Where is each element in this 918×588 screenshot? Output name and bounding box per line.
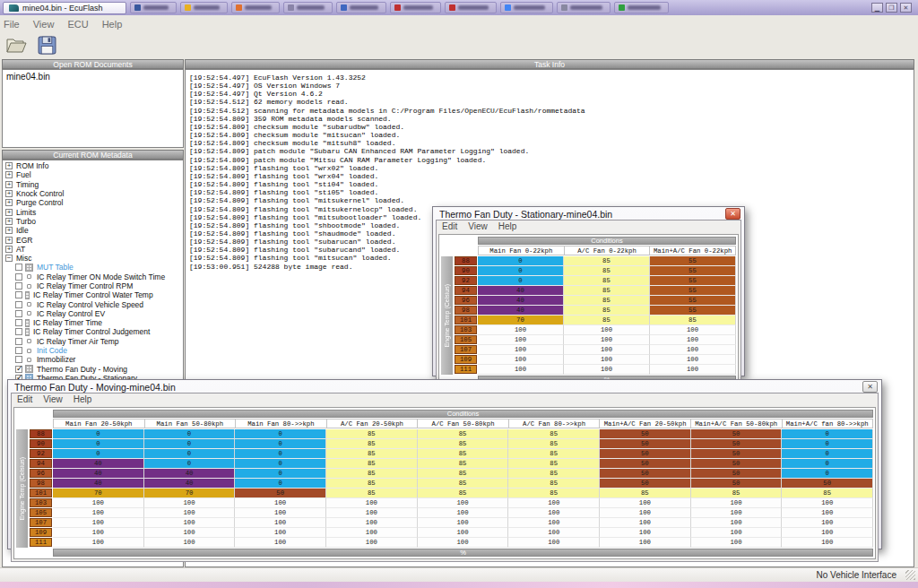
table-cell[interactable]: 50 [600, 429, 691, 439]
table-cell[interactable]: 0 [782, 439, 873, 449]
table-cell[interactable]: 50 [691, 459, 783, 469]
table-cell[interactable]: 70 [144, 489, 236, 498]
table-cell[interactable]: 0 [53, 449, 144, 459]
close-icon[interactable]: ✕ [862, 381, 878, 393]
collapse-icon[interactable]: − [5, 255, 13, 262]
open-rom-button[interactable] [4, 33, 28, 56]
table-cell[interactable]: 50 [691, 479, 783, 489]
table-cell[interactable]: 85 [564, 276, 650, 286]
table-cell[interactable]: 100 [508, 508, 600, 518]
table-cell[interactable]: 100 [600, 518, 691, 528]
tree-item[interactable]: Immobilizer [3, 355, 183, 364]
table-cell[interactable]: 0 [235, 429, 326, 439]
table-cell[interactable]: 40 [144, 469, 236, 479]
table-cell[interactable]: 100 [418, 528, 509, 538]
expand-icon[interactable]: + [5, 237, 13, 244]
menu-item-help[interactable]: Help [498, 221, 517, 233]
thermo-fan-window-stationary[interactable]: Thermo Fan Duty - Stationary-mine04.bin … [432, 206, 745, 376]
table-cell[interactable]: 100 [691, 528, 783, 538]
table-cell[interactable]: 50 [600, 469, 691, 479]
menu-item-edit[interactable]: Edit [17, 394, 32, 406]
menu-item-view[interactable]: View [468, 221, 488, 233]
table-cell[interactable]: 50 [691, 449, 783, 459]
table-cell[interactable]: 100 [418, 538, 509, 548]
table-cell[interactable]: 85 [418, 479, 509, 489]
table-cell[interactable]: 0 [235, 479, 326, 489]
table-cell[interactable]: 100 [53, 538, 144, 548]
table-cell[interactable]: 100 [326, 528, 418, 538]
table-cell[interactable]: 100 [235, 498, 326, 508]
table-cell[interactable]: 40 [478, 306, 564, 316]
table-cell[interactable]: 100 [235, 508, 326, 518]
menu-item-view[interactable]: View [33, 19, 55, 30]
table-cell[interactable]: 50 [600, 459, 691, 469]
menu-item-file[interactable]: File [4, 19, 20, 30]
table-cell[interactable]: 50 [600, 439, 691, 449]
tree-item[interactable]: IC Relay Timer Air Temp [3, 337, 183, 346]
table-cell[interactable]: 100 [782, 508, 873, 518]
table-cell[interactable]: 85 [564, 306, 650, 316]
table-cell[interactable]: 50 [600, 449, 691, 459]
table-cell[interactable]: 100 [144, 528, 236, 538]
table-cell[interactable]: 0 [144, 429, 236, 439]
table-cell[interactable]: 100 [600, 528, 691, 538]
tree-item[interactable]: IC Relay Control EV [3, 309, 183, 318]
table-cell[interactable]: 100 [144, 498, 236, 508]
table-cell[interactable]: 100 [144, 508, 236, 518]
expand-icon[interactable]: + [5, 199, 13, 206]
table-cell[interactable]: 85 [564, 286, 650, 296]
table-cell[interactable]: 55 [650, 256, 736, 266]
table-cell[interactable]: 100 [782, 528, 873, 538]
table-cell[interactable]: 85 [508, 429, 600, 439]
table-cell[interactable]: 55 [650, 296, 736, 306]
taskbar-tab-blurred[interactable] [130, 2, 177, 13]
table-cell[interactable]: 85 [418, 469, 509, 479]
table-cell[interactable]: 85 [326, 489, 418, 498]
table-cell[interactable]: 85 [782, 489, 873, 498]
table-cell[interactable]: 100 [691, 508, 783, 518]
tree-item[interactable]: MUT Table [3, 263, 183, 272]
table-cell[interactable]: 85 [564, 256, 650, 266]
table-cell[interactable]: 85 [508, 449, 600, 459]
table-cell[interactable]: 85 [326, 449, 418, 459]
tree-item[interactable]: IC Relay Timer ON Mode Switch Time [3, 272, 183, 281]
table-cell[interactable]: 100 [326, 538, 418, 548]
thermo-fan-window-moving[interactable]: Thermo Fan Duty - Moving-mine04.bin ✕ Ed… [7, 379, 882, 549]
tree-item-checkbox[interactable] [15, 310, 22, 317]
table-cell[interactable]: 100 [235, 528, 326, 538]
table-cell[interactable]: 40 [53, 459, 144, 469]
table-cell[interactable]: 50 [782, 479, 873, 489]
taskbar-tab-ecuflash[interactable]: mine04.bin - EcuFlash [3, 2, 126, 14]
table-cell[interactable]: 100 [600, 508, 691, 518]
table-cell[interactable]: 0 [235, 449, 326, 459]
table-cell[interactable]: 100 [418, 498, 509, 508]
tree-item-checkbox[interactable] [15, 356, 22, 363]
table-cell[interactable]: 100 [508, 528, 600, 538]
table-cell[interactable]: 0 [235, 439, 326, 449]
table-cell[interactable]: 70 [478, 316, 564, 325]
expand-icon[interactable]: + [5, 218, 13, 225]
tree-item[interactable]: +Knock Control [3, 189, 183, 198]
table-cell[interactable]: 85 [418, 489, 509, 498]
table-cell[interactable]: 0 [478, 256, 564, 266]
tree-item-checkbox[interactable] [15, 273, 22, 281]
table-cell[interactable]: 100 [144, 518, 236, 528]
tree-item[interactable]: IC Relay Timer Control Judgement [3, 327, 183, 336]
table-cell[interactable]: 100 [508, 518, 600, 528]
tree-item[interactable]: Thermo Fan Duty - Moving [3, 365, 183, 374]
table-cell[interactable]: 100 [326, 508, 418, 518]
table-cell[interactable]: 100 [235, 518, 326, 528]
tree-item[interactable]: +Limits [3, 207, 183, 216]
table-cell[interactable]: 100 [53, 518, 144, 528]
expand-icon[interactable]: + [5, 171, 13, 178]
taskbar-tab-blurred[interactable] [283, 2, 333, 13]
table-cell[interactable]: 100 [326, 518, 418, 528]
table-cell[interactable]: 0 [53, 429, 144, 439]
menu-item-view[interactable]: View [43, 394, 63, 406]
table-cell[interactable]: 100 [478, 365, 564, 375]
table-cell[interactable]: 0 [235, 469, 326, 479]
table-cell[interactable]: 100 [782, 498, 873, 508]
save-rom-button[interactable] [35, 33, 58, 56]
expand-icon[interactable]: + [5, 209, 13, 216]
table-cell[interactable]: 85 [326, 459, 418, 469]
